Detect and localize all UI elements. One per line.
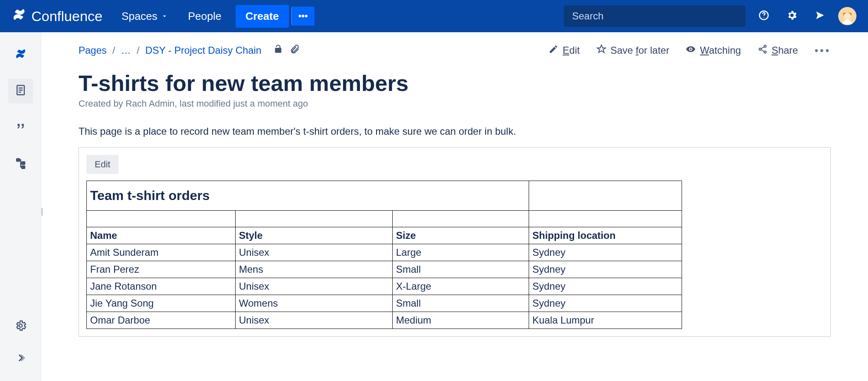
breadcrumb-sep: / [137,45,140,56]
create-button[interactable]: Create [236,5,289,28]
edit-sheet-label: Edit [95,159,110,169]
star-icon [596,44,606,57]
watching-label: Watching [700,45,741,56]
share-icon [758,44,768,57]
page-meta: Created by Rach Admin, last modified jus… [79,98,831,109]
unlock-icon [273,44,284,57]
create-button-label: Create [246,10,279,22]
edit-label: Edit [563,45,579,56]
watching-button[interactable]: Watching [686,44,741,57]
expand-icon [14,352,27,366]
svg-rect-8 [17,159,20,161]
rail-tree[interactable] [8,151,33,176]
breadcrumb-ellipsis[interactable]: … [121,45,131,56]
svg-point-11 [19,324,22,327]
intro-paragraph: This page is a place to record new team … [79,126,831,137]
nav-spaces-label: Spaces [122,10,157,23]
save-for-later-button[interactable]: Save for later [596,44,670,57]
create-more-button[interactable]: ••• [291,7,315,26]
avatar-icon [838,7,856,25]
chevron-down-icon [161,10,168,23]
rail-blog[interactable] [8,115,33,140]
gear-icon [14,319,27,333]
page-title: T-shirts for new team members [79,70,831,96]
share-button[interactable]: Share [758,44,798,57]
notification-icon [814,10,826,23]
rail-space-settings[interactable] [8,314,33,339]
paperclip-icon [289,44,300,57]
svg-point-1 [763,17,764,18]
rail-pages[interactable] [8,79,33,103]
help-button[interactable] [754,6,774,26]
brand[interactable]: Confluence [12,7,107,25]
col-size: Size [393,227,529,244]
breadcrumb: Pages / … / DSY - Project Daisy Chain [79,44,300,57]
save-label: Save for later [610,45,670,56]
table-row: Jie Yang Song Womens Small Sydney [87,295,682,312]
page-actions-more[interactable]: ••• [815,44,831,57]
embedded-sheet-panel: Edit Team t-shirt orders Name Style Size… [79,147,831,337]
pencil-icon [548,44,558,57]
confluence-logo-icon [12,7,26,25]
search-box[interactable] [564,5,746,27]
rail-expand[interactable] [8,346,33,371]
top-navigation: Confluence Spaces People Create ••• [0,0,868,32]
tree-icon [14,157,27,171]
ellipsis-icon: ••• [298,11,308,21]
col-name: Name [87,227,236,244]
table-row: Jane Rotanson Unisex X-Large Sydney [87,278,682,295]
col-style: Style [236,227,393,244]
svg-rect-10 [21,166,25,169]
nav-spaces[interactable]: Spaces [116,6,174,27]
share-label: Share [772,45,798,56]
table-row: Amit Sunderam Unisex Large Sydney [87,244,682,261]
rail-space-logo[interactable] [8,42,33,67]
attachments-button[interactable] [289,44,300,57]
brand-label: Confluence [31,8,103,24]
rail-resize-handle[interactable]: || [41,207,42,216]
col-shipping: Shipping location [529,227,682,244]
nav-people-label: People [188,10,222,23]
breadcrumb-space[interactable]: DSY - Project Daisy Chain [145,45,261,56]
sheet-empty-cell [529,181,682,211]
table-row: Fran Perez Mens Small Sydney [87,261,682,278]
page-icon [14,84,27,98]
breadcrumb-pages[interactable]: Pages [79,45,107,56]
confluence-mark-icon [14,48,27,62]
svg-line-15 [761,47,764,49]
edit-sheet-button[interactable]: Edit [86,155,119,174]
left-rail: || [0,32,41,381]
page-content: Pages / … / DSY - Project Daisy Chain [41,32,868,381]
quote-icon [14,120,27,134]
nav-people[interactable]: People [182,6,227,27]
svg-rect-9 [21,162,25,164]
orders-table: Team t-shirt orders Name Style Size Ship… [86,181,682,329]
page-actions: Edit Save for later Watching [548,44,831,57]
table-row: Omar Darboe Unisex Medium Kuala Lumpur [87,312,682,329]
settings-button[interactable] [782,6,802,26]
svg-line-16 [761,50,764,52]
notifications-button[interactable] [810,6,830,26]
restrictions-button[interactable] [273,44,284,57]
profile-avatar[interactable] [838,7,856,25]
breadcrumb-sep: / [112,45,115,56]
help-icon [758,10,770,23]
svg-point-3 [844,13,851,20]
gear-icon [786,10,798,23]
eye-icon [686,44,696,57]
sheet-title-cell: Team t-shirt orders [87,181,529,211]
table-header-row: Name Style Size Shipping location [87,227,682,244]
search-input[interactable] [571,10,738,22]
edit-page-button[interactable]: Edit [548,44,579,57]
page-body: This page is a place to record new team … [79,126,831,337]
